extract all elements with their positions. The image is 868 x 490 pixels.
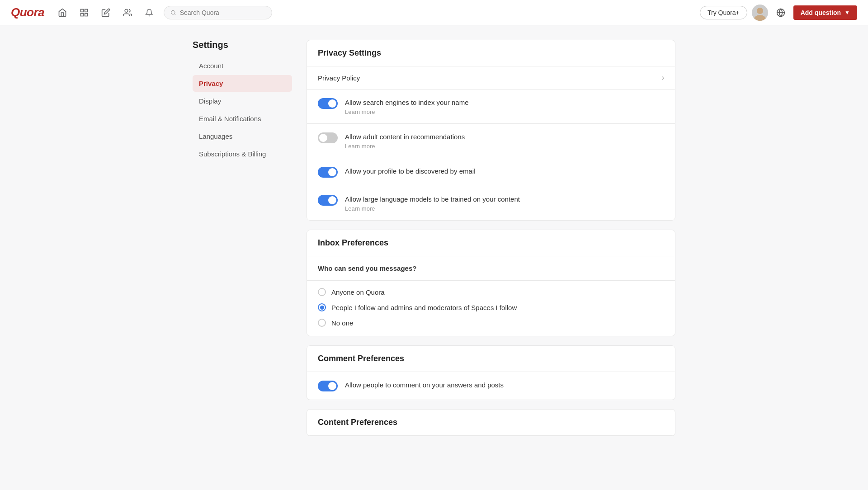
discover-email-text: Allow your profile to be discovered by e… (345, 166, 664, 176)
add-question-button[interactable]: Add question ▼ (793, 5, 857, 20)
comment-preferences-card: Comment Preferences Allow people to comm… (307, 345, 675, 400)
svg-rect-3 (85, 13, 88, 16)
svg-rect-2 (81, 13, 84, 16)
content-preferences-card: Content Preferences (307, 409, 675, 436)
search-engines-slider (318, 98, 338, 109)
svg-point-4 (125, 9, 128, 12)
search-engines-toggle-row: Allow search engines to index your name … (307, 90, 675, 124)
search-engines-text: Allow search engines to index your name … (345, 98, 664, 115)
content-preferences-header: Content Preferences (307, 410, 675, 436)
nav-icons (53, 4, 158, 22)
svg-point-8 (754, 15, 766, 21)
search-engines-learn-more[interactable]: Learn more (345, 108, 664, 115)
allow-comments-toggle[interactable] (318, 381, 338, 391)
people-nav-button[interactable] (118, 4, 137, 22)
inbox-divider (307, 280, 675, 281)
search-input[interactable] (180, 9, 265, 16)
llm-training-label: Allow large language models to be traine… (345, 194, 664, 204)
llm-training-slider (318, 195, 338, 206)
main-content: Privacy Settings Privacy Policy › Allow … (307, 40, 675, 445)
sidebar-item-subscriptions[interactable]: Subscriptions & Billing (193, 146, 292, 162)
notifications-nav-button[interactable] (140, 4, 158, 22)
llm-training-learn-more[interactable]: Learn more (345, 205, 664, 212)
adult-content-toggle[interactable] (318, 132, 338, 143)
search-engines-label: Allow search engines to index your name (345, 98, 664, 107)
allow-comments-label: Allow people to comment on your answers … (345, 380, 664, 390)
radio-following-label: People I follow and admins and moderator… (331, 304, 517, 311)
discover-email-toggle[interactable] (318, 167, 338, 178)
globe-button[interactable] (773, 5, 789, 21)
avatar[interactable] (752, 5, 768, 21)
radio-following-circle (318, 303, 326, 311)
radio-anyone-row[interactable]: Anyone on Quora (307, 284, 675, 300)
quora-logo: Quora (11, 5, 44, 19)
privacy-settings-header: Privacy Settings (307, 40, 675, 66)
inbox-preferences-header: Inbox Preferences (307, 230, 675, 256)
home-nav-button[interactable] (53, 4, 71, 22)
radio-following-row[interactable]: People I follow and admins and moderator… (307, 300, 675, 315)
sidebar: Settings Account Privacy Display Email &… (193, 40, 292, 445)
svg-rect-1 (85, 9, 88, 12)
sidebar-item-languages[interactable]: Languages (193, 128, 292, 145)
navbar: Quora Try Quora+ Add question ▼ (0, 0, 868, 25)
discover-email-label: Allow your profile to be discovered by e… (345, 166, 664, 176)
sidebar-item-account[interactable]: Account (193, 57, 292, 74)
page-layout: Settings Account Privacy Display Email &… (185, 25, 683, 460)
search-icon (170, 9, 176, 16)
adult-content-label: Allow adult content in recommendations (345, 132, 664, 141)
inbox-preferences-card: Inbox Preferences Who can send you messa… (307, 230, 675, 336)
radio-anyone-circle (318, 288, 326, 296)
edit-nav-button[interactable] (97, 4, 115, 22)
chevron-right-icon: › (662, 74, 664, 82)
llm-training-toggle[interactable] (318, 195, 338, 206)
allow-comments-slider (318, 381, 338, 391)
svg-rect-0 (81, 9, 84, 12)
adult-content-slider (318, 132, 338, 143)
feed-nav-button[interactable] (75, 4, 93, 22)
adult-content-text: Allow adult content in recommendations L… (345, 132, 664, 150)
search-bar[interactable] (164, 6, 272, 19)
llm-training-toggle-row: Allow large language models to be traine… (307, 186, 675, 220)
svg-point-7 (757, 8, 763, 14)
radio-noone-circle (318, 319, 326, 327)
privacy-policy-row[interactable]: Privacy Policy › (307, 66, 675, 90)
search-engines-toggle[interactable] (318, 98, 338, 109)
allow-comments-toggle-row: Allow people to comment on your answers … (307, 372, 675, 400)
sidebar-item-display[interactable]: Display (193, 93, 292, 109)
radio-noone-label: No one (331, 319, 353, 327)
llm-training-text: Allow large language models to be traine… (345, 194, 664, 212)
privacy-policy-label: Privacy Policy (318, 74, 360, 82)
adult-content-toggle-row: Allow adult content in recommendations L… (307, 124, 675, 158)
allow-comments-text: Allow people to comment on your answers … (345, 380, 664, 390)
sidebar-item-email-notifications[interactable]: Email & Notifications (193, 110, 292, 127)
chevron-down-icon: ▼ (844, 9, 850, 16)
settings-title: Settings (193, 40, 292, 50)
discover-email-toggle-row: Allow your profile to be discovered by e… (307, 158, 675, 186)
privacy-settings-card: Privacy Settings Privacy Policy › Allow … (307, 40, 675, 221)
navbar-right: Try Quora+ Add question ▼ (700, 5, 857, 21)
radio-anyone-label: Anyone on Quora (331, 288, 385, 296)
svg-point-5 (171, 10, 175, 14)
svg-line-6 (175, 14, 175, 14)
inbox-question: Who can send you messages? (307, 256, 675, 277)
comment-preferences-header: Comment Preferences (307, 346, 675, 372)
radio-noone-row[interactable]: No one (307, 315, 675, 330)
sidebar-item-privacy[interactable]: Privacy (193, 75, 292, 92)
discover-email-slider (318, 167, 338, 178)
adult-content-learn-more[interactable]: Learn more (345, 143, 664, 150)
try-plus-button[interactable]: Try Quora+ (700, 6, 747, 19)
